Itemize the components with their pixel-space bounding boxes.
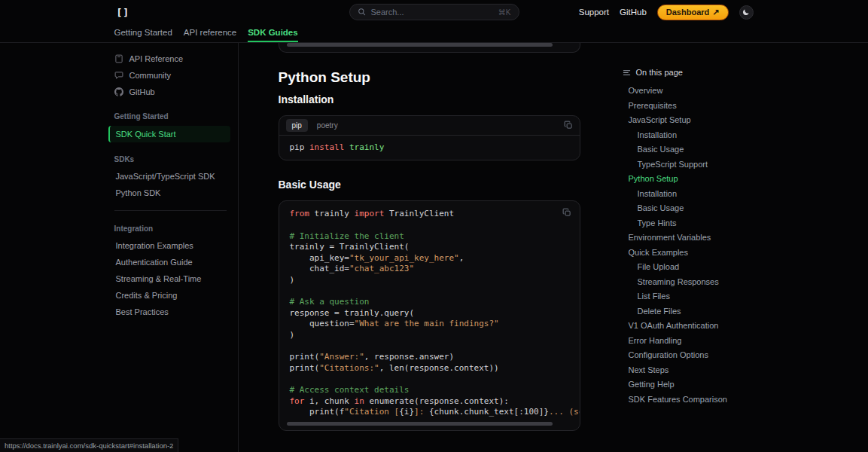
toc-item-installation[interactable]: Installation [623,187,766,202]
code-token: , response.answer) [364,352,454,362]
code-token: from [290,209,310,218]
horizontal-scrollbar[interactable] [287,422,553,426]
sidebar-item-javascript-typescript-sdk[interactable]: JavaScript/TypeScript SDK [103,168,238,185]
search-icon [358,8,366,17]
sidebar-item-best-practices[interactable]: Best Practices [103,304,238,320]
toc-item-prerequisites[interactable]: Prerequisites [623,99,766,114]
code-token: , [459,253,464,263]
code-tab-poetry[interactable]: poetry [311,119,344,132]
usage-code: from trainly import TrainlyClient # Init… [279,209,580,417]
code-token: "What are the main findings?" [355,319,499,328]
toc-list: OverviewPrerequisitesJavaScript SetupIns… [623,84,766,407]
install-code-body: pip install trainly [279,136,580,160]
sidebar-item-sdk-quick-start[interactable]: SDK Quick Start [108,126,230,142]
install-code-block: pippoetry pip install trainly [279,115,580,161]
top-header: [] Search... ⌘K Support GitHub Dashboard… [0,0,868,24]
sidebar-section-title-sdks: SDKs [103,143,238,168]
sidebar: API ReferenceCommunityGitHubGetting Star… [103,43,239,452]
toc-item-configuration-options[interactable]: Configuration Options [623,348,766,363]
toc-item-basic-usage[interactable]: Basic Usage [623,142,766,157]
sidebar-item-credits-pricing[interactable]: Credits & Pricing [103,287,238,304]
basic-usage-heading: Basic Usage [279,179,580,191]
moon-icon [742,8,750,16]
toc-item-streaming-responses[interactable]: Streaming Responses [623,275,766,290]
toc-item-javascript-setup[interactable]: JavaScript Setup [623,113,766,128]
layout: API ReferenceCommunityGitHubGetting Star… [103,43,766,452]
code-tab-pip[interactable]: pip [286,119,308,132]
logo: [] [117,7,130,18]
nav-tab-getting-started[interactable]: Getting Started [114,24,172,42]
support-button[interactable]: Support [579,8,609,17]
toc-title: On this page [623,68,766,77]
code-token: "tk_your_api_key_here" [349,253,459,263]
theme-toggle-button[interactable] [739,5,754,20]
toc-item-environment-variables[interactable]: Environment Variables [623,231,766,246]
top-nav-bar: Getting StartedAPI referenceSDK Guides [0,24,868,43]
code-token: ) [290,330,295,340]
code-token: "Citation [ [344,407,399,417]
code-line: # Access context details [290,385,569,396]
toc-item-v1-oauth-authentication[interactable]: V1 OAuth Authentication [623,319,766,334]
github-button[interactable]: GitHub [620,8,647,17]
code-line: response = trainly.query( [290,308,569,319]
toc-item-python-setup[interactable]: Python Setup [623,172,766,187]
code-token: response = trainly.query( [290,308,415,318]
code-token: {chunk.chunk_text[:100]} [429,407,549,417]
sidebar-item-integration-examples[interactable]: Integration Examples [103,237,238,254]
nav-tab-api-reference[interactable]: API reference [184,24,236,42]
code-line [290,286,569,298]
toc-item-getting-help[interactable]: Getting Help [623,377,766,392]
code-line: print(f"Citation [{i}]: {chunk.chunk_tex… [290,407,569,418]
code-token: enumerate(response.context): [364,396,509,406]
search-placeholder: Search... [371,8,404,17]
sidebar-link-github[interactable]: GitHub [103,84,238,100]
toc-item-next-steps[interactable]: Next Steps [623,363,766,378]
toc: On this page OverviewPrerequisitesJavaSc… [594,43,766,452]
installation-heading: Installation [279,93,580,105]
search-input[interactable]: Search... ⌘K [349,4,519,20]
toc-item-sdk-features-comparison[interactable]: SDK Features Comparison [623,392,766,408]
sidebar-item-authentication-guide[interactable]: Authentication Guide [103,254,238,270]
dashboard-button[interactable]: Dashboard ↗ [657,5,729,20]
code-token: for [290,396,305,406]
code-token: trainly [309,209,355,218]
toc-item-quick-examples[interactable]: Quick Examples [623,246,766,261]
code-token: ) [290,275,295,285]
status-url: https://docs.trainlyai.com/sdk-quickstar… [0,438,178,452]
code-token: import [355,209,385,218]
sidebar-link-community[interactable]: Community [103,67,238,84]
usage-code-block: from trainly import TrainlyClient # Init… [279,200,580,430]
code-token: print( [290,352,320,362]
sidebar-item-python-sdk[interactable]: Python SDK [103,185,238,201]
horizontal-scrollbar[interactable] [287,43,553,47]
code-line [290,220,569,231]
sidebar-item-streaming-real-time[interactable]: Streaming & Real-Time [103,270,238,287]
code-token: chat_id= [290,264,349,273]
sidebar-link-api-reference[interactable]: API Reference [103,50,238,67]
github-icon [114,87,123,96]
code-line: question="What are the main findings?" [290,319,569,330]
toc-item-list-files[interactable]: List Files [623,289,766,304]
nav-tab-sdk-guides[interactable]: SDK Guides [248,24,297,42]
toc-item-file-upload[interactable]: File Upload [623,260,766,275]
copy-button[interactable] [562,208,571,217]
code-token: print( [290,363,320,373]
toc-item-installation[interactable]: Installation [623,128,766,143]
code-line: print("Answer:", response.answer) [290,352,569,363]
toc-item-type-hints[interactable]: Type Hints [623,216,766,231]
toc-item-error-handling[interactable]: Error Handling [623,334,766,349]
copy-button[interactable] [564,121,573,130]
external-link-icon: ↗ [712,8,719,17]
toc-item-overview[interactable]: Overview [623,84,766,99]
header-actions: Support GitHub Dashboard ↗ [579,5,754,20]
list-icon [623,69,631,77]
sidebar-link-label: Community [129,71,172,80]
code-token: ]: [414,407,429,417]
code-token: install [309,142,344,152]
top-nav: Getting StartedAPI referenceSDK Guides [103,24,766,42]
code-line: ) [290,275,569,286]
toc-item-typescript-support[interactable]: TypeScript Support [623,157,766,173]
toc-item-basic-usage[interactable]: Basic Usage [623,201,766,216]
code-line: trainly = TrainlyClient( [290,242,569,253]
toc-item-delete-files[interactable]: Delete Files [623,304,766,319]
